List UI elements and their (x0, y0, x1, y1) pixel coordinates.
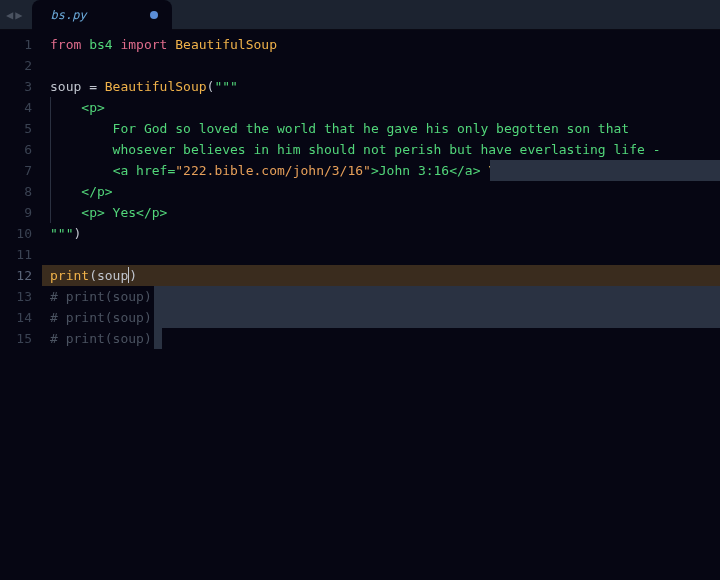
line-number: 5 (0, 118, 42, 139)
gutter: 123456789101112131415 (0, 30, 42, 580)
code-line[interactable]: # print(soup) (42, 307, 720, 328)
line-number: 13 (0, 286, 42, 307)
tab-bar: ◀ ▶ bs.py (0, 0, 720, 30)
line-number: 6 (0, 139, 42, 160)
code-line[interactable]: # print(soup) (42, 328, 720, 349)
file-tab[interactable]: bs.py (32, 0, 172, 30)
code-line[interactable] (42, 55, 720, 76)
code-line[interactable]: <p> Yes</p> (42, 202, 720, 223)
line-number: 3 (0, 76, 42, 97)
dirty-dot-icon (150, 11, 158, 19)
editor[interactable]: 123456789101112131415 from bs4 import Be… (0, 30, 720, 580)
nav-forward-icon[interactable]: ▶ (15, 8, 22, 22)
code-line[interactable]: For God so loved the world that he gave … (42, 118, 720, 139)
code-line-active[interactable]: print(soup) (42, 265, 720, 286)
line-number: 12 (0, 265, 42, 286)
line-number: 14 (0, 307, 42, 328)
code-line[interactable]: from bs4 import BeautifulSoup (42, 34, 720, 55)
code-line[interactable]: <a href="222.bible.com/john/3/16">John 3… (42, 160, 720, 181)
line-number: 15 (0, 328, 42, 349)
code-line[interactable]: whosever believes in him should not peri… (42, 139, 720, 160)
line-number: 4 (0, 97, 42, 118)
line-number: 9 (0, 202, 42, 223)
code-line[interactable]: """) (42, 223, 720, 244)
line-number: 11 (0, 244, 42, 265)
line-number: 7 (0, 160, 42, 181)
line-number: 8 (0, 181, 42, 202)
code-line[interactable]: soup = BeautifulSoup(""" (42, 76, 720, 97)
nav-back-icon[interactable]: ◀ (6, 8, 13, 22)
tab-dirty-indicator (130, 11, 158, 19)
nav-arrows: ◀ ▶ (0, 8, 28, 22)
code-line[interactable]: <p> (42, 97, 720, 118)
tab-filename: bs.py (50, 8, 86, 22)
code-line[interactable] (42, 244, 720, 265)
code-area[interactable]: from bs4 import BeautifulSoup soup = Bea… (42, 30, 720, 580)
code-line[interactable]: </p> (42, 181, 720, 202)
code-line[interactable]: # print(soup) (42, 286, 720, 307)
line-number: 2 (0, 55, 42, 76)
line-number: 10 (0, 223, 42, 244)
line-number: 1 (0, 34, 42, 55)
